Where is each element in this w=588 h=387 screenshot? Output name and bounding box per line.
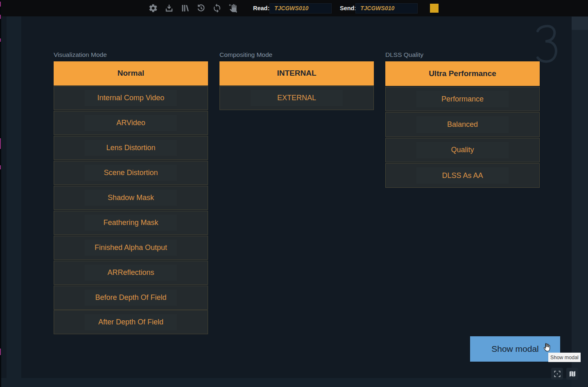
- compositing-mode-group: Compositing Mode INTERNAL EXTERNAL: [219, 51, 374, 111]
- left-edge-strip: [0, 0, 1, 387]
- option-feathering-mask[interactable]: Feathering Mask: [54, 211, 208, 235]
- left-panel-band: [7, 16, 21, 387]
- artifact: [0, 15, 1, 19]
- top-toolbar: Read: TJCGWS010 Send: TJCGWS010: [0, 0, 588, 16]
- artifact: [0, 138, 1, 149]
- history-icon[interactable]: [196, 3, 206, 13]
- group-title: Compositing Mode: [219, 51, 374, 61]
- option-external[interactable]: EXTERNAL: [219, 86, 374, 110]
- option-before-depth-of-field[interactable]: Before Depth Of Field: [54, 286, 208, 310]
- expand-button[interactable]: [551, 368, 563, 380]
- option-after-depth-of-field[interactable]: After Depth Of Field: [54, 310, 208, 334]
- option-balanced[interactable]: Balanced: [385, 112, 540, 137]
- option-shadow-mask[interactable]: Shadow Mask: [54, 186, 208, 210]
- option-internal[interactable]: INTERNAL: [219, 61, 374, 86]
- option-arreflections[interactable]: ARReflections: [54, 261, 208, 285]
- scrollbar-track[interactable]: [572, 16, 588, 387]
- cursor-pointer: [541, 342, 552, 353]
- send-input[interactable]: TJCGWS010: [355, 3, 418, 14]
- option-lens-distortion[interactable]: Lens Distortion: [54, 136, 208, 160]
- read-label: Read:: [253, 0, 269, 16]
- option-finished-alpha-output[interactable]: Finished Alpha Output: [54, 236, 208, 260]
- option-internal-comp-video[interactable]: Internal Comp Video: [54, 86, 208, 110]
- option-quality[interactable]: Quality: [385, 138, 540, 162]
- group-title: Visualization Mode: [54, 51, 208, 61]
- refresh-icon[interactable]: [212, 3, 222, 13]
- show-modal-tooltip: Show modal: [548, 353, 581, 362]
- option-normal[interactable]: Normal: [54, 61, 208, 86]
- group-title: DLSS Quality: [385, 51, 540, 61]
- color-swatch-button[interactable]: [430, 4, 439, 13]
- send-label: Send:: [340, 0, 356, 16]
- bottom-panel-band: [0, 378, 588, 387]
- artifact: [0, 349, 1, 355]
- visualization-mode-group: Visualization Mode Normal Internal Comp …: [54, 51, 208, 335]
- option-scene-distortion[interactable]: Scene Distortion: [54, 161, 208, 185]
- expand-icon: [553, 370, 561, 378]
- download-icon[interactable]: [164, 3, 174, 13]
- map-icon: [568, 370, 577, 378]
- artifact: [0, 2, 1, 7]
- library-icon[interactable]: [180, 3, 190, 13]
- dlss-quality-group: DLSS Quality Ultra Performance Performan…: [385, 51, 540, 189]
- map-button[interactable]: [566, 368, 578, 380]
- option-arvideo[interactable]: ARVideo: [54, 111, 208, 135]
- scrollbar-thumb[interactable]: [572, 17, 588, 30]
- artifact: [0, 38, 1, 42]
- option-ultra-performance[interactable]: Ultra Performance: [385, 61, 540, 86]
- option-dlss-as-aa[interactable]: DLSS As AA: [385, 163, 540, 188]
- read-input[interactable]: TJCGWS010: [269, 3, 332, 14]
- option-performance[interactable]: Performance: [385, 87, 540, 111]
- settings-icon[interactable]: [148, 3, 158, 13]
- pan-add-icon[interactable]: [228, 3, 238, 13]
- artifact: [0, 165, 1, 169]
